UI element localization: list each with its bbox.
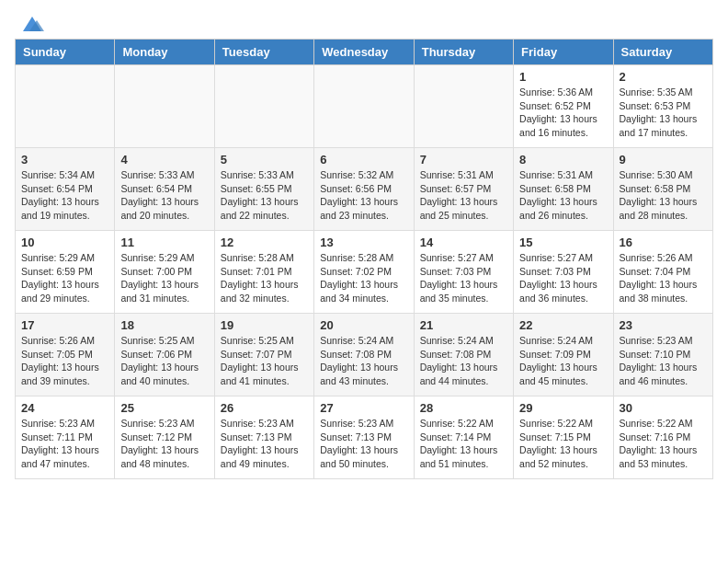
day-info: Sunrise: 5:34 AMSunset: 6:54 PMDaylight:… [21,168,108,223]
day-number: 13 [320,236,407,249]
day-info: Sunrise: 5:23 AMSunset: 7:12 PMDaylight:… [120,417,208,471]
day-info: Sunrise: 5:24 AMSunset: 7:08 PMDaylight:… [320,334,407,388]
week-row-3: 10Sunrise: 5:29 AMSunset: 6:59 PMDayligh… [16,231,713,314]
day-info: Sunrise: 5:29 AMSunset: 7:00 PMDaylight:… [120,251,208,305]
calendar-cell: 24Sunrise: 5:23 AMSunset: 7:11 PMDayligh… [16,396,115,479]
calendar-cell: 16Sunrise: 5:26 AMSunset: 7:04 PMDayligh… [613,231,712,314]
header-monday: Monday [115,40,214,65]
day-number: 29 [519,401,607,415]
day-number: 19 [221,318,308,332]
day-number: 17 [21,318,108,332]
day-number: 28 [420,401,507,415]
header-friday: Friday [514,40,613,65]
calendar-cell: 4Sunrise: 5:33 AMSunset: 6:54 PMDaylight… [115,148,214,231]
day-number: 23 [620,318,707,332]
day-info: Sunrise: 5:25 AMSunset: 7:07 PMDaylight:… [221,334,308,388]
calendar-cell: 22Sunrise: 5:24 AMSunset: 7:09 PMDayligh… [514,314,613,396]
day-number: 24 [21,401,108,415]
day-info: Sunrise: 5:36 AMSunset: 6:52 PMDaylight:… [519,86,607,140]
header-wednesday: Wednesday [314,40,414,65]
day-info: Sunrise: 5:31 AMSunset: 6:58 PMDaylight:… [519,168,607,223]
day-number: 1 [519,70,607,84]
day-info: Sunrise: 5:23 AMSunset: 7:10 PMDaylight:… [620,334,707,388]
header-saturday: Saturday [613,40,712,65]
day-number: 7 [420,153,507,167]
calendar-cell: 6Sunrise: 5:32 AMSunset: 6:56 PMDaylight… [314,148,414,231]
day-info: Sunrise: 5:26 AMSunset: 7:04 PMDaylight:… [620,251,707,305]
calendar-cell: 5Sunrise: 5:33 AMSunset: 6:55 PMDaylight… [214,148,313,231]
day-info: Sunrise: 5:27 AMSunset: 7:03 PMDaylight:… [519,251,607,305]
day-info: Sunrise: 5:23 AMSunset: 7:11 PMDaylight:… [21,417,108,471]
day-info: Sunrise: 5:24 AMSunset: 7:08 PMDaylight:… [420,334,507,388]
calendar-cell: 1Sunrise: 5:36 AMSunset: 6:52 PMDaylight… [514,65,613,148]
calendar-cell: 8Sunrise: 5:31 AMSunset: 6:58 PMDaylight… [514,148,613,231]
day-number: 21 [420,318,507,332]
calendar-cell: 18Sunrise: 5:25 AMSunset: 7:06 PMDayligh… [115,314,214,396]
day-number: 26 [221,401,308,415]
day-info: Sunrise: 5:24 AMSunset: 7:09 PMDaylight:… [519,334,607,388]
day-number: 3 [21,153,108,167]
day-number: 12 [221,236,308,249]
day-number: 6 [320,153,407,167]
day-info: Sunrise: 5:23 AMSunset: 7:13 PMDaylight:… [320,417,407,471]
calendar-cell: 2Sunrise: 5:35 AMSunset: 6:53 PMDaylight… [613,65,712,148]
week-row-1: 1Sunrise: 5:36 AMSunset: 6:52 PMDaylight… [16,65,713,148]
calendar-cell: 30Sunrise: 5:22 AMSunset: 7:16 PMDayligh… [613,396,712,479]
day-info: Sunrise: 5:22 AMSunset: 7:15 PMDaylight:… [519,417,607,471]
day-number: 15 [519,236,607,249]
day-info: Sunrise: 5:35 AMSunset: 6:53 PMDaylight:… [620,86,707,140]
calendar-cell: 7Sunrise: 5:31 AMSunset: 6:57 PMDaylight… [414,148,513,231]
day-info: Sunrise: 5:33 AMSunset: 6:55 PMDaylight:… [221,168,308,223]
day-info: Sunrise: 5:26 AMSunset: 7:05 PMDaylight:… [21,334,108,388]
day-info: Sunrise: 5:22 AMSunset: 7:16 PMDaylight:… [620,417,707,471]
day-number: 25 [120,401,208,415]
day-number: 10 [21,236,108,249]
calendar-cell: 20Sunrise: 5:24 AMSunset: 7:08 PMDayligh… [314,314,414,396]
day-number: 22 [519,318,607,332]
calendar-cell: 10Sunrise: 5:29 AMSunset: 6:59 PMDayligh… [16,231,115,314]
calendar-cell: 11Sunrise: 5:29 AMSunset: 7:00 PMDayligh… [115,231,214,314]
calendar-cell: 27Sunrise: 5:23 AMSunset: 7:13 PMDayligh… [314,396,414,479]
calendar-cell: 12Sunrise: 5:28 AMSunset: 7:01 PMDayligh… [214,231,313,314]
calendar-cell: 13Sunrise: 5:28 AMSunset: 7:02 PMDayligh… [314,231,414,314]
day-info: Sunrise: 5:27 AMSunset: 7:03 PMDaylight:… [420,251,507,305]
day-info: Sunrise: 5:28 AMSunset: 7:01 PMDaylight:… [221,251,308,305]
week-row-4: 17Sunrise: 5:26 AMSunset: 7:05 PMDayligh… [16,314,713,396]
day-number: 11 [120,236,208,249]
day-number: 18 [120,318,208,332]
day-number: 2 [620,70,707,84]
calendar-header: SundayMondayTuesdayWednesdayThursdayFrid… [16,40,713,65]
calendar-cell: 3Sunrise: 5:34 AMSunset: 6:54 PMDaylight… [16,148,115,231]
header-sunday: Sunday [16,40,115,65]
calendar-cell: 23Sunrise: 5:23 AMSunset: 7:10 PMDayligh… [613,314,712,396]
day-number: 8 [519,153,607,167]
calendar-cell: 19Sunrise: 5:25 AMSunset: 7:07 PMDayligh… [214,314,313,396]
header-row: SundayMondayTuesdayWednesdayThursdayFrid… [16,40,713,65]
header-tuesday: Tuesday [214,40,313,65]
day-info: Sunrise: 5:28 AMSunset: 7:02 PMDaylight:… [320,251,407,305]
calendar-cell: 17Sunrise: 5:26 AMSunset: 7:05 PMDayligh… [16,314,115,396]
calendar-body: 1Sunrise: 5:36 AMSunset: 6:52 PMDaylight… [16,65,713,479]
page-header [15,15,713,29]
day-info: Sunrise: 5:25 AMSunset: 7:06 PMDaylight:… [120,334,208,388]
calendar-cell [214,65,313,148]
calendar-cell: 21Sunrise: 5:24 AMSunset: 7:08 PMDayligh… [414,314,513,396]
calendar-cell: 26Sunrise: 5:23 AMSunset: 7:13 PMDayligh… [214,396,313,479]
day-info: Sunrise: 5:31 AMSunset: 6:57 PMDaylight:… [420,168,507,223]
logo [15,15,46,29]
logo-icon [18,15,46,33]
day-number: 4 [120,153,208,167]
day-info: Sunrise: 5:30 AMSunset: 6:58 PMDaylight:… [620,168,707,223]
day-info: Sunrise: 5:32 AMSunset: 6:56 PMDaylight:… [320,168,407,223]
calendar-cell: 28Sunrise: 5:22 AMSunset: 7:14 PMDayligh… [414,396,513,479]
calendar-cell [16,65,115,148]
calendar-cell: 14Sunrise: 5:27 AMSunset: 7:03 PMDayligh… [414,231,513,314]
day-info: Sunrise: 5:23 AMSunset: 7:13 PMDaylight:… [221,417,308,471]
day-number: 20 [320,318,407,332]
day-number: 16 [620,236,707,249]
day-number: 27 [320,401,407,415]
day-info: Sunrise: 5:29 AMSunset: 6:59 PMDaylight:… [21,251,108,305]
week-row-2: 3Sunrise: 5:34 AMSunset: 6:54 PMDaylight… [16,148,713,231]
calendar-cell: 29Sunrise: 5:22 AMSunset: 7:15 PMDayligh… [514,396,613,479]
calendar-cell [314,65,414,148]
